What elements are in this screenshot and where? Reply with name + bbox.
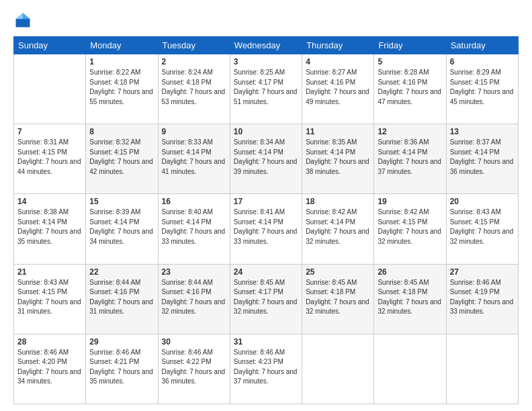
sunset: Sunset: 4:14 PM [234,218,283,226]
day-detail: Sunrise: 8:28 AM Sunset: 4:16 PM Dayligh… [378,68,442,107]
day-number: 14 [17,197,82,206]
daylight: Daylight: 7 hours and 42 minutes. [89,158,153,175]
calendar-cell [446,334,518,404]
day-detail: Sunrise: 8:46 AM Sunset: 4:23 PM Dayligh… [234,348,298,387]
sunrise: Sunrise: 8:27 AM [306,68,357,76]
day-number: 26 [378,267,442,277]
col-header-monday: Monday [86,37,158,54]
day-number: 30 [162,337,226,347]
sunrise: Sunrise: 8:45 AM [234,279,285,286]
sunset: Sunset: 4:18 PM [89,79,139,86]
day-number: 28 [17,337,82,347]
sunrise: Sunrise: 8:24 AM [162,68,213,76]
sunset: Sunset: 4:15 PM [378,218,427,226]
calendar-cell: 9 Sunrise: 8:33 AM Sunset: 4:14 PM Dayli… [158,124,230,194]
daylight: Daylight: 7 hours and 37 minutes. [378,158,441,175]
calendar-cell: 21 Sunrise: 8:43 AM Sunset: 4:15 PM Dayl… [14,264,86,334]
calendar-cell: 14 Sunrise: 8:38 AM Sunset: 4:14 PM Dayl… [14,194,86,264]
calendar-cell: 20 Sunrise: 8:43 AM Sunset: 4:15 PM Dayl… [446,194,518,264]
day-detail: Sunrise: 8:45 AM Sunset: 4:18 PM Dayligh… [378,278,442,317]
col-header-friday: Friday [374,37,446,54]
sunset: Sunset: 4:18 PM [306,288,355,295]
daylight: Daylight: 7 hours and 53 minutes. [162,88,226,105]
daylight: Daylight: 7 hours and 32 minutes. [234,298,298,316]
calendar-cell: 19 Sunrise: 8:42 AM Sunset: 4:15 PM Dayl… [374,194,446,264]
sunrise: Sunrise: 8:42 AM [306,208,357,216]
sunset: Sunset: 4:19 PM [450,288,500,295]
sunrise: Sunrise: 8:45 AM [306,279,357,286]
day-number: 29 [89,337,154,347]
day-detail: Sunrise: 8:37 AM Sunset: 4:14 PM Dayligh… [450,138,515,177]
col-header-tuesday: Tuesday [158,37,230,54]
sunrise: Sunrise: 8:44 AM [89,279,140,286]
day-detail: Sunrise: 8:42 AM Sunset: 4:14 PM Dayligh… [306,208,370,246]
daylight: Daylight: 7 hours and 47 minutes. [378,88,441,105]
calendar-cell [302,334,374,404]
calendar-week-row: 28 Sunrise: 8:46 AM Sunset: 4:20 PM Dayl… [14,334,519,404]
sunset: Sunset: 4:16 PM [306,79,355,86]
calendar-cell: 29 Sunrise: 8:46 AM Sunset: 4:21 PM Dayl… [86,334,158,404]
calendar-table: SundayMondayTuesdayWednesdayThursdayFrid… [13,36,519,404]
day-number: 6 [450,57,515,66]
sunset: Sunset: 4:14 PM [17,218,67,226]
day-detail: Sunrise: 8:46 AM Sunset: 4:20 PM Dayligh… [17,348,82,387]
calendar-cell: 3 Sunrise: 8:25 AM Sunset: 4:17 PM Dayli… [230,54,302,124]
daylight: Daylight: 7 hours and 31 minutes. [89,298,153,316]
sunrise: Sunrise: 8:46 AM [234,349,285,356]
daylight: Daylight: 7 hours and 32 minutes. [306,298,369,316]
sunrise: Sunrise: 8:43 AM [450,208,501,216]
sunrise: Sunrise: 8:28 AM [378,68,429,76]
day-detail: Sunrise: 8:46 AM Sunset: 4:21 PM Dayligh… [89,348,154,387]
calendar-cell: 4 Sunrise: 8:27 AM Sunset: 4:16 PM Dayli… [302,54,374,124]
daylight: Daylight: 7 hours and 32 minutes. [378,298,441,316]
calendar-cell: 27 Sunrise: 8:46 AM Sunset: 4:19 PM Dayl… [446,264,518,334]
sunset: Sunset: 4:16 PM [162,288,212,295]
day-number: 4 [306,57,370,66]
day-number: 3 [234,57,298,66]
calendar-header-row: SundayMondayTuesdayWednesdayThursdayFrid… [14,37,519,54]
calendar-cell: 31 Sunrise: 8:46 AM Sunset: 4:23 PM Dayl… [230,334,302,404]
calendar-cell: 22 Sunrise: 8:44 AM Sunset: 4:16 PM Dayl… [86,264,158,334]
sunrise: Sunrise: 8:46 AM [450,279,501,286]
col-header-thursday: Thursday [302,37,374,54]
sunrise: Sunrise: 8:34 AM [234,138,285,146]
sunrise: Sunrise: 8:42 AM [378,208,429,216]
daylight: Daylight: 7 hours and 49 minutes. [306,88,369,105]
day-detail: Sunrise: 8:45 AM Sunset: 4:17 PM Dayligh… [234,278,298,317]
daylight: Daylight: 7 hours and 55 minutes. [89,88,153,105]
calendar-cell: 8 Sunrise: 8:32 AM Sunset: 4:15 PM Dayli… [86,124,158,194]
day-detail: Sunrise: 8:25 AM Sunset: 4:17 PM Dayligh… [234,68,298,107]
sunrise: Sunrise: 8:45 AM [378,279,429,286]
daylight: Daylight: 7 hours and 35 minutes. [89,368,153,385]
calendar-cell: 2 Sunrise: 8:24 AM Sunset: 4:18 PM Dayli… [158,54,230,124]
daylight: Daylight: 7 hours and 32 minutes. [378,228,441,245]
day-number: 15 [89,197,154,206]
sunrise: Sunrise: 8:46 AM [162,349,213,356]
sunset: Sunset: 4:22 PM [162,358,212,365]
calendar-cell: 23 Sunrise: 8:44 AM Sunset: 4:16 PM Dayl… [158,264,230,334]
sunrise: Sunrise: 8:25 AM [234,68,285,76]
calendar-cell: 1 Sunrise: 8:22 AM Sunset: 4:18 PM Dayli… [86,54,158,124]
sunset: Sunset: 4:15 PM [450,218,500,226]
day-detail: Sunrise: 8:39 AM Sunset: 4:14 PM Dayligh… [89,208,154,246]
calendar-cell: 26 Sunrise: 8:45 AM Sunset: 4:18 PM Dayl… [374,264,446,334]
calendar-cell: 24 Sunrise: 8:45 AM Sunset: 4:17 PM Dayl… [230,264,302,334]
sunset: Sunset: 4:20 PM [17,358,67,365]
calendar-cell: 28 Sunrise: 8:46 AM Sunset: 4:20 PM Dayl… [14,334,86,404]
daylight: Daylight: 7 hours and 51 minutes. [234,88,298,105]
daylight: Daylight: 7 hours and 34 minutes. [89,228,153,245]
sunrise: Sunrise: 8:41 AM [234,208,285,216]
sunset: Sunset: 4:18 PM [378,288,427,295]
daylight: Daylight: 7 hours and 33 minutes. [162,228,226,245]
calendar-cell: 12 Sunrise: 8:36 AM Sunset: 4:14 PM Dayl… [374,124,446,194]
sunset: Sunset: 4:14 PM [162,148,212,156]
day-detail: Sunrise: 8:27 AM Sunset: 4:16 PM Dayligh… [306,68,370,107]
day-number: 18 [306,197,370,206]
calendar-cell: 18 Sunrise: 8:42 AM Sunset: 4:14 PM Dayl… [302,194,374,264]
day-detail: Sunrise: 8:45 AM Sunset: 4:18 PM Dayligh… [306,278,370,317]
col-header-sunday: Sunday [14,37,86,54]
day-number: 19 [378,197,442,206]
sunset: Sunset: 4:23 PM [234,358,283,365]
calendar-cell [374,334,446,404]
calendar-cell: 17 Sunrise: 8:41 AM Sunset: 4:14 PM Dayl… [230,194,302,264]
